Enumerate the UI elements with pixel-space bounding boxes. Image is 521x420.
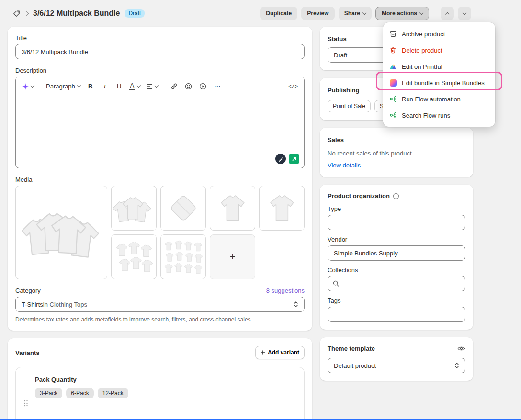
simple-bundles-icon xyxy=(389,78,397,87)
text-color-button[interactable]: A xyxy=(127,80,143,93)
emoji-button[interactable] xyxy=(182,80,195,93)
duplicate-button[interactable]: Duplicate xyxy=(260,7,297,20)
bold-button[interactable]: B xyxy=(84,80,97,93)
product-tag-icon[interactable] xyxy=(12,9,21,18)
tags-input[interactable] xyxy=(328,307,465,322)
channel-chip[interactable]: Point of Sale xyxy=(328,100,371,112)
category-value: T-Shirts xyxy=(22,301,43,308)
select-updown-icon xyxy=(294,300,298,308)
variant-option-name[interactable]: Pack Quantity xyxy=(35,376,128,383)
chevron-down-icon xyxy=(31,84,34,88)
paragraph-style-button[interactable]: Paragraph xyxy=(44,80,83,93)
category-path: in Clothing Tops xyxy=(43,301,87,308)
media-image-12pack[interactable] xyxy=(160,234,206,279)
menu-item-search-flow-runs[interactable]: Search Flow runs xyxy=(383,107,495,123)
vendor-label: Vendor xyxy=(328,236,465,243)
link-icon xyxy=(170,83,178,90)
more-formatting-button[interactable]: ⋯ xyxy=(211,80,224,93)
category-suggestions-link[interactable]: 8 suggestions xyxy=(266,287,305,294)
underline-button[interactable]: U xyxy=(113,80,126,93)
status-badge: Draft xyxy=(125,9,145,18)
tags-label: Tags xyxy=(328,297,465,304)
variant-chip[interactable]: 3-Pack xyxy=(35,388,62,398)
status-value: Draft xyxy=(334,52,347,59)
view-details-link[interactable]: View details xyxy=(328,162,361,169)
collections-label: Collections xyxy=(328,266,465,274)
chevron-down-icon xyxy=(154,84,158,88)
description-editor-body[interactable] xyxy=(16,96,304,168)
product-organization-card: Product organization Type Vendor Collect… xyxy=(320,185,473,330)
media-image-folded[interactable] xyxy=(160,186,206,231)
top-bar-actions: Duplicate Preview Share More actions xyxy=(260,7,471,20)
rich-text-editor: Paragraph B I U A xyxy=(15,77,305,168)
toolbar-divider xyxy=(164,82,164,91)
add-variant-button[interactable]: Add variant xyxy=(255,346,305,359)
emoji-icon xyxy=(185,83,192,90)
media-image-back[interactable] xyxy=(259,186,305,231)
play-circle-icon xyxy=(199,83,206,90)
menu-item-delete-product[interactable]: Delete product xyxy=(383,42,495,58)
publishing-title: Publishing xyxy=(328,87,359,94)
sparkle-icon xyxy=(22,83,29,90)
ai-magic-button[interactable] xyxy=(20,80,36,93)
next-product-button[interactable] xyxy=(458,7,471,20)
grammar-extension-icon[interactable] xyxy=(275,154,286,164)
previous-product-button[interactable] xyxy=(441,7,454,20)
variants-title: Variants xyxy=(15,349,40,356)
theme-template-value: Default product xyxy=(334,362,376,369)
media-grid: + xyxy=(15,186,305,279)
chevron-down-icon xyxy=(362,11,366,14)
variant-chip[interactable]: 12-Pack xyxy=(98,388,128,398)
info-icon[interactable] xyxy=(393,193,399,199)
flow-icon xyxy=(389,111,397,120)
link-button[interactable] xyxy=(168,80,181,93)
sales-empty-text: No recent sales of this product xyxy=(328,150,465,157)
collections-input[interactable] xyxy=(342,280,460,287)
product-details-card: Title Description Paragraph xyxy=(8,27,312,331)
main-column: Title Description Paragraph xyxy=(8,27,312,420)
variant-chip[interactable]: 6-Pack xyxy=(66,388,93,398)
product-edit-page: 3/6/12 Multipack Bundle Draft Duplicate … xyxy=(0,0,521,420)
eye-icon[interactable] xyxy=(457,345,465,352)
drag-handle-icon[interactable] xyxy=(23,399,28,407)
media-image-main[interactable] xyxy=(15,186,107,279)
plus-icon xyxy=(260,350,265,355)
media-image-3pack[interactable] xyxy=(111,186,157,231)
category-select[interactable]: T-Shirts in Clothing Tops xyxy=(15,297,305,312)
compose-extension-icon[interactable] xyxy=(289,154,299,164)
sales-title: Sales xyxy=(328,136,344,144)
code-view-button[interactable]: </> xyxy=(286,80,300,93)
menu-item-edit-on-printful[interactable]: Edit on Printful xyxy=(383,58,495,75)
toolbar-divider xyxy=(40,82,40,91)
more-actions-button[interactable]: More actions xyxy=(375,7,429,20)
video-button[interactable] xyxy=(196,80,210,93)
editor-toolbar: Paragraph B I U A xyxy=(16,77,304,96)
chevron-down-icon xyxy=(463,11,466,14)
media-image-6pack[interactable] xyxy=(111,234,157,279)
alignment-button[interactable] xyxy=(144,80,160,93)
breadcrumb-chevron-icon xyxy=(24,11,29,16)
printful-icon xyxy=(389,62,397,71)
preview-button[interactable]: Preview xyxy=(301,7,334,20)
variant-values: 3-Pack 6-Pack 12-Pack xyxy=(35,388,128,398)
chevron-down-icon xyxy=(136,84,140,88)
select-updown-icon xyxy=(454,362,459,369)
title-input[interactable] xyxy=(15,44,305,59)
share-button[interactable]: Share xyxy=(339,7,372,20)
flow-icon xyxy=(389,95,397,103)
theme-template-card: Theme template Default product xyxy=(320,337,473,381)
type-input[interactable] xyxy=(328,215,465,230)
italic-button[interactable]: I xyxy=(98,80,112,93)
title-label: Title xyxy=(15,34,305,42)
variant-option-row: Pack Quantity 3-Pack 6-Pack 12-Pack xyxy=(15,367,305,420)
media-image-front[interactable] xyxy=(210,186,255,231)
add-media-button[interactable]: + xyxy=(210,234,255,279)
menu-item-run-flow-automation[interactable]: Run Flow automation xyxy=(383,91,495,107)
menu-item-archive-product[interactable]: Archive product xyxy=(383,26,495,42)
menu-item-edit-bundle-simple-bundles[interactable]: Edit bundle in Simple Bundles xyxy=(383,75,495,91)
trash-icon xyxy=(389,46,397,55)
theme-template-select[interactable]: Default product xyxy=(328,358,465,373)
status-title: Status xyxy=(328,35,347,43)
page-title: 3/6/12 Multipack Bundle xyxy=(33,9,120,18)
vendor-input[interactable] xyxy=(328,245,465,261)
